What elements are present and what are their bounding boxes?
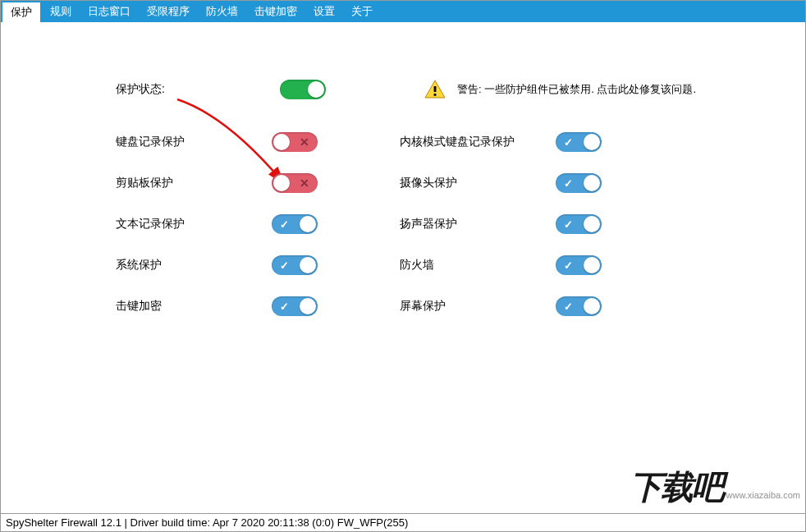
text-log-protect-toggle[interactable]: ✓ xyxy=(272,214,318,234)
system-protect-label: 系统保护 xyxy=(116,258,272,273)
camera-protect-label: 摄像头保护 xyxy=(400,176,556,190)
protection-status-label: 保护状态: xyxy=(116,82,280,97)
clipboard-protect-label: 剪贴板保护 xyxy=(116,176,272,190)
content-area: 保护状态: 警告: 一些防护组件已被禁用. 点击此处修复该问题. 键盘记录保护 … xyxy=(1,22,805,513)
firewall-toggle[interactable]: ✓ xyxy=(556,255,602,275)
speaker-protect-toggle[interactable]: ✓ xyxy=(556,214,602,234)
right-column: 内核模式键盘记录保护 ✓ 摄像头保护 ✓ 扬声器保护 ✓ 防火墙 ✓ 屏幕保护 … xyxy=(400,132,602,316)
watermark: 下载吧 www.xiazaiba.com xyxy=(630,465,800,510)
menu-restricted[interactable]: 受限程序 xyxy=(139,1,198,22)
menubar: 保护 规则 日志窗口 受限程序 防火墙 击键加密 设置 关于 xyxy=(1,1,805,22)
svg-rect-1 xyxy=(434,94,437,96)
keystroke-encrypt-label: 击键加密 xyxy=(116,299,272,314)
menu-keystroke[interactable]: 击键加密 xyxy=(246,1,305,22)
protection-status-toggle[interactable] xyxy=(280,80,326,99)
keyboard-log-protect-label: 键盘记录保护 xyxy=(116,135,272,149)
firewall-label: 防火墙 xyxy=(400,258,556,273)
warning-text[interactable]: 警告: 一些防护组件已被禁用. 点击此处修复该问题. xyxy=(457,82,696,97)
menu-firewall[interactable]: 防火墙 xyxy=(198,1,246,22)
menu-about[interactable]: 关于 xyxy=(343,1,381,22)
camera-protect-toggle[interactable]: ✓ xyxy=(556,173,602,193)
system-protect-toggle[interactable]: ✓ xyxy=(272,255,318,275)
watermark-url: www.xiazaiba.com xyxy=(726,490,800,500)
keyboard-log-protect-toggle[interactable]: ✕ xyxy=(272,132,318,152)
speaker-protect-label: 扬声器保护 xyxy=(400,217,556,232)
warning-box[interactable]: 警告: 一些防护组件已被禁用. 点击此处修复该问题. xyxy=(424,80,696,99)
statusbar: SpyShelter Firewall 12.1 | Driver build … xyxy=(1,513,805,531)
statusbar-text: SpyShelter Firewall 12.1 | Driver build … xyxy=(6,516,408,529)
clipboard-protect-toggle[interactable]: ✕ xyxy=(272,173,318,193)
menu-protect[interactable]: 保护 xyxy=(2,2,40,22)
keystroke-encrypt-toggle[interactable]: ✓ xyxy=(272,296,318,316)
svg-rect-0 xyxy=(434,86,437,92)
menu-rules[interactable]: 规则 xyxy=(42,1,80,22)
text-log-protect-label: 文本记录保护 xyxy=(116,217,272,232)
screen-protect-toggle[interactable]: ✓ xyxy=(556,296,602,316)
warning-icon xyxy=(424,80,446,99)
kernel-keylog-protect-toggle[interactable]: ✓ xyxy=(556,132,602,152)
kernel-keylog-protect-label: 内核模式键盘记录保护 xyxy=(400,135,556,149)
watermark-logo: 下载吧 xyxy=(630,465,723,510)
left-column: 键盘记录保护 ✕ 剪贴板保护 ✕ 文本记录保护 ✓ 系统保护 ✓ 击键加密 ✓ xyxy=(116,132,318,316)
menu-log[interactable]: 日志窗口 xyxy=(80,1,139,22)
screen-protect-label: 屏幕保护 xyxy=(400,299,556,314)
menu-settings[interactable]: 设置 xyxy=(305,1,343,22)
